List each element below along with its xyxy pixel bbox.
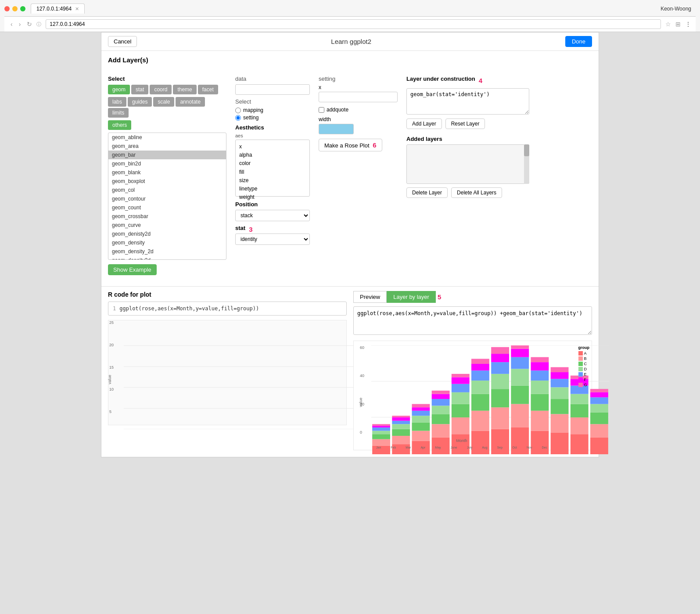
geom-button[interactable]: geom [108, 85, 130, 94]
list-item[interactable]: geom_density_2d [108, 247, 226, 256]
svg-rect-37 [452, 434, 470, 454]
annotate-button[interactable]: annotate [176, 97, 205, 107]
setting-radio-input[interactable] [235, 115, 241, 121]
reset-layer-button[interactable]: Reset Layer [445, 118, 485, 129]
svg-rect-50 [471, 359, 489, 364]
preview-tab[interactable]: Preview [353, 291, 387, 303]
svg-rect-19 [392, 424, 410, 429]
extensions-icon[interactable]: ⊞ [675, 21, 681, 28]
geom-btn-group-3: others [108, 120, 226, 130]
svg-rect-60 [511, 386, 529, 404]
list-item[interactable]: geom_crossbar [108, 212, 226, 221]
layer-code-textarea[interactable]: geom_bar(stat='identity') [406, 88, 529, 115]
scale-button[interactable]: scale [153, 97, 174, 107]
refresh-button[interactable]: ↻ [25, 20, 34, 29]
svg-rect-25 [412, 423, 430, 431]
svg-rect-79 [571, 434, 589, 454]
y-label-20: 20 [109, 343, 114, 347]
delete-all-button[interactable]: Delete All Layers [451, 187, 502, 198]
list-item[interactable]: geom_abline [108, 133, 226, 142]
mapping-radio-input[interactable] [235, 108, 241, 113]
list-item[interactable]: geom_density2d [108, 256, 226, 260]
url-bar[interactable] [46, 19, 661, 29]
nav-bar: ‹ › ↻ ⓘ ☆ ⊞ ⋮ [4, 16, 696, 32]
app-header: Cancel Learn ggplot2 Done [101, 32, 599, 51]
svg-rect-28 [412, 407, 430, 411]
width-label: width [319, 116, 398, 122]
more-options-icon[interactable]: ⋮ [685, 21, 691, 28]
svg-rect-53 [491, 389, 509, 407]
svg-rect-82 [571, 394, 589, 404]
list-item[interactable]: geom_bin2d [108, 159, 226, 168]
y-axis-labels: 5 10 15 20 25 [109, 320, 114, 414]
stat-dropdown[interactable]: identity count bin [235, 233, 310, 245]
minimize-icon[interactable] [12, 6, 18, 11]
svg-rect-77 [551, 372, 569, 379]
browser-tab[interactable]: 127.0.0.1:4964 ✕ [31, 4, 85, 14]
delete-buttons: Delete Layer Delete All Layers [406, 187, 529, 198]
close-icon[interactable] [4, 6, 10, 11]
make-rose-button[interactable]: Make a Rose Plot 6 [319, 139, 382, 151]
width-input[interactable] [319, 124, 354, 134]
make-rose-label: Make a Rose Plot [324, 142, 370, 149]
show-example-button[interactable]: Show Example [108, 264, 157, 275]
preview-code-textarea[interactable]: ggplot(rose,aes(x=Month,y=value,fill=gro… [353, 306, 592, 335]
list-item[interactable]: geom_curve [108, 221, 226, 230]
scrollbar-track[interactable] [524, 144, 529, 184]
svg-rect-74 [551, 399, 569, 414]
svg-rect-52 [491, 407, 509, 429]
tab-close-icon[interactable]: ✕ [75, 6, 79, 12]
layer-by-layer-tab[interactable]: Layer by layer [387, 291, 436, 303]
x-input[interactable] [319, 92, 398, 102]
limits-button[interactable]: limits [108, 108, 129, 118]
forward-button[interactable]: › [17, 20, 23, 29]
stat-label: stat [235, 225, 245, 231]
addquote-checkbox[interactable] [319, 107, 324, 113]
list-item-selected[interactable]: geom_bar [108, 151, 226, 159]
svg-rect-92 [590, 389, 608, 392]
position-dropdown[interactable]: stack identity dodge fill [235, 210, 310, 221]
list-item[interactable]: geom_blank [108, 168, 226, 177]
bookmark-icon[interactable]: ☆ [665, 21, 671, 28]
data-input[interactable] [235, 84, 310, 95]
svg-rect-90 [590, 397, 608, 404]
list-item[interactable]: geom_count [108, 203, 226, 212]
done-button[interactable]: Done [565, 36, 592, 47]
list-item[interactable]: geom_density [108, 238, 226, 247]
back-button[interactable]: ‹ [9, 20, 14, 29]
list-item[interactable]: geom_col [108, 186, 226, 194]
coord-button[interactable]: coord [150, 85, 172, 94]
theme-button[interactable]: theme [173, 85, 196, 94]
svg-rect-12 [372, 431, 390, 434]
svg-rect-57 [491, 347, 509, 354]
x-axis-title: Month [371, 438, 552, 443]
list-item[interactable]: geom_boxplot [108, 177, 226, 186]
facet-button[interactable]: facet [198, 85, 218, 94]
legend-item-d: D [578, 367, 590, 371]
list-item[interactable]: geom_contour [108, 194, 226, 203]
svg-rect-73 [551, 414, 569, 432]
svg-rect-38 [452, 417, 470, 434]
delete-layer-button[interactable]: Delete Layer [406, 187, 448, 198]
preview-tabs: Preview Layer by layer 5 [353, 291, 592, 303]
svg-rect-55 [491, 362, 509, 374]
svg-rect-13 [372, 427, 390, 431]
add-layer-section: Add Layer(s) [101, 51, 599, 64]
setting-label: setting [243, 115, 258, 121]
labs-button[interactable]: labs [108, 97, 126, 107]
svg-rect-68 [531, 381, 549, 394]
svg-rect-59 [511, 404, 529, 427]
setting-radio[interactable]: setting [235, 115, 310, 121]
guides-button[interactable]: guides [128, 97, 152, 107]
others-button[interactable]: others [108, 120, 131, 130]
cancel-button[interactable]: Cancel [108, 36, 137, 47]
stat-button[interactable]: stat [131, 85, 148, 94]
chart-legend: group A B C D E F G [578, 345, 590, 388]
list-item[interactable]: geom_denisty2d [108, 230, 226, 238]
add-layer-button[interactable]: Add Layer [406, 118, 442, 129]
mapping-radio[interactable]: mapping [235, 107, 310, 113]
list-item[interactable]: geom_area [108, 142, 226, 151]
svg-rect-70 [531, 362, 549, 370]
svg-rect-76 [551, 379, 569, 387]
maximize-icon[interactable] [20, 6, 25, 11]
